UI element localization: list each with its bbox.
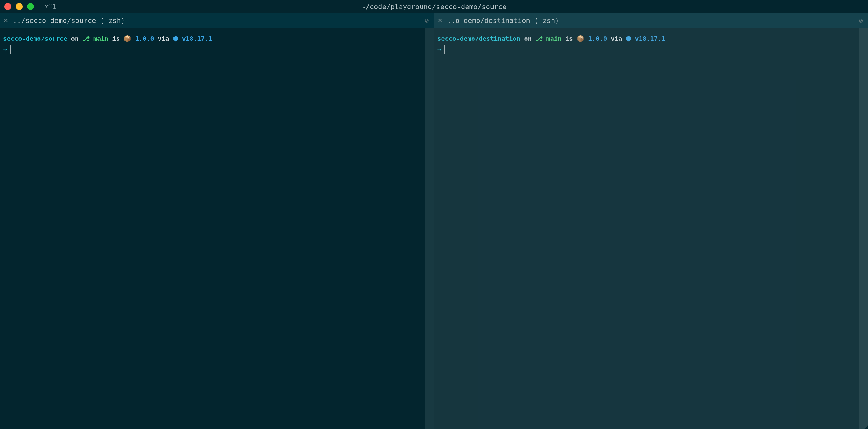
prompt-line: secco-demo/destination on ⎇ main is 📦 1.…	[437, 34, 865, 43]
package-icon: 📦	[123, 34, 131, 43]
tab-title-right[interactable]: ..o-demo/destination (-zsh)	[447, 17, 559, 25]
git-branch-icon: ⎇	[83, 34, 90, 43]
maximize-window-button[interactable]	[27, 3, 34, 10]
prompt-is: is	[561, 34, 577, 43]
split-panes: × ../secco-demo/source (-zsh) ⊚ secco-de…	[0, 13, 868, 429]
terminal-pane-left[interactable]: × ../secco-demo/source (-zsh) ⊚ secco-de…	[0, 13, 434, 429]
traffic-lights	[4, 3, 34, 10]
prompt-path: secco-demo/destination	[437, 34, 521, 43]
prompt-is: is	[108, 34, 123, 43]
scrollbar-right[interactable]	[859, 28, 868, 429]
prompt-arrow-icon: →	[437, 45, 441, 54]
package-icon: 📦	[577, 34, 584, 43]
prompt-on: on	[67, 34, 83, 43]
tab-title-left[interactable]: ../secco-demo/source (-zsh)	[13, 17, 125, 25]
close-tab-icon[interactable]: ×	[438, 17, 442, 24]
prompt-via: via	[154, 34, 173, 43]
titlebar: ⌥⌘1 ~/code/playground/secco-demo/source	[0, 0, 868, 13]
terminal-body-left[interactable]: secco-demo/source on ⎇ main is 📦 1.0.0 v…	[0, 28, 434, 429]
close-window-button[interactable]	[4, 3, 11, 10]
prompt-arrow-icon: →	[3, 45, 7, 54]
prompt-node: v18.17.1	[631, 34, 665, 43]
prompt-node: v18.17.1	[178, 34, 212, 43]
git-branch-icon: ⎇	[535, 34, 543, 43]
tab-bar-right: × ..o-demo/destination (-zsh) ⊚	[434, 13, 868, 28]
minimize-window-button[interactable]	[16, 3, 23, 10]
window-title: ~/code/playground/secco-demo/source	[361, 3, 507, 11]
input-line[interactable]: →	[437, 45, 865, 54]
terminal-body-right[interactable]: secco-demo/destination on ⎇ main is 📦 1.…	[434, 28, 868, 429]
input-line[interactable]: →	[3, 45, 431, 54]
prompt-version: 1.0.0	[584, 34, 607, 43]
prompt-branch: main	[543, 34, 561, 43]
tab-menu-icon[interactable]: ⊚	[425, 17, 429, 25]
prompt-via: via	[607, 34, 626, 43]
node-hex-icon: ⬢	[626, 34, 631, 43]
prompt-on: on	[520, 34, 535, 43]
scrollbar-left[interactable]	[425, 28, 434, 429]
terminal-pane-right[interactable]: × ..o-demo/destination (-zsh) ⊚ secco-de…	[434, 13, 868, 429]
prompt-version: 1.0.0	[131, 34, 154, 43]
tab-bar-left: × ../secco-demo/source (-zsh) ⊚	[0, 13, 434, 28]
shortcut-hint: ⌥⌘1	[44, 3, 56, 11]
terminal-cursor	[10, 45, 11, 54]
prompt-path: secco-demo/source	[3, 34, 67, 43]
tab-menu-icon[interactable]: ⊚	[859, 17, 863, 25]
node-hex-icon: ⬢	[173, 34, 178, 43]
prompt-branch: main	[90, 34, 108, 43]
prompt-line: secco-demo/source on ⎇ main is 📦 1.0.0 v…	[3, 34, 431, 43]
terminal-cursor	[444, 45, 445, 54]
close-tab-icon[interactable]: ×	[4, 17, 8, 24]
